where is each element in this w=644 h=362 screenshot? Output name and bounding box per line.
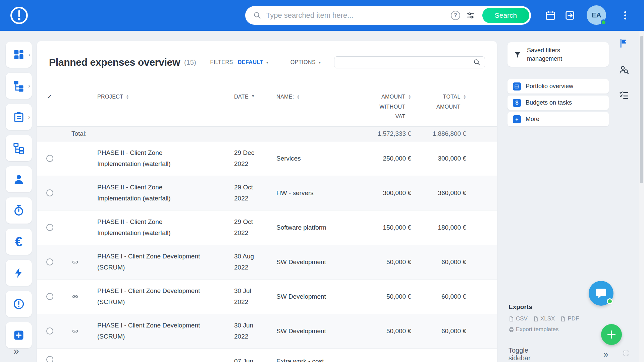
column-header-date[interactable]: DATE ▼ [234,92,262,102]
scrollbar-track[interactable] [639,31,644,362]
portfolio-icon [513,82,521,90]
main-content-card: Planned expenses overview (15) FILTERS D… [37,41,497,362]
export-templates-link[interactable]: Export templates [508,326,559,333]
table-body: PHASE II - Client Zone Implementation (w… [37,141,497,362]
funnel-icon [514,51,522,59]
printer-icon [508,327,514,333]
sidebar-item-tasks[interactable]: › [6,104,32,130]
export-csv[interactable]: CSV [508,315,528,322]
chat-widget-button[interactable] [589,281,613,306]
table-row[interactable]: PHASE II - Client Zone Implementation (w… [37,210,497,245]
sidebar-item-users[interactable] [6,166,32,192]
checklist-icon[interactable] [619,90,630,101]
cell-project[interactable]: PHASE II - Client Zone Implementation (w… [94,147,231,169]
export-pdf[interactable]: PDF [560,315,579,322]
sidebar-item-org-chart[interactable] [6,135,32,161]
flag-icon[interactable] [619,38,630,50]
cell-project[interactable]: PHASE II - Client Zone Implementation (w… [94,182,231,204]
cell-project[interactable]: PHASE II - Client Zone Implementation (w… [94,217,231,238]
tree-icon [13,80,25,92]
sidebar-item-alerts[interactable] [6,291,32,317]
user-search-icon[interactable] [619,65,630,76]
search-icon[interactable] [473,59,481,66]
cell-date: 30 Jun 2022 [231,320,275,342]
table-search-input[interactable] [338,59,473,66]
table-row[interactable]: PHASE I - Client Zone Development (SCRUM… [37,314,497,349]
row-checkbox[interactable] [46,356,53,362]
table-row[interactable]: 07 Jun Extra work - cost [37,349,497,362]
chat-icon [595,287,607,300]
column-header-name[interactable]: NAME: ▲▼ [276,92,337,102]
double-chevron-icon[interactable]: » [603,351,608,358]
toggle-sidebar-button[interactable]: Toggle sidebar [508,347,540,362]
stopwatch-icon [13,204,25,217]
select-all-checkmark[interactable]: ✓ [47,92,52,102]
sidebar-item-dashboard[interactable]: › [6,42,32,68]
table-row[interactable]: PHASE II - Client Zone Implementation (w… [37,141,497,176]
export-xlsx[interactable]: XLSX [533,315,555,322]
column-header-amount-without-vat[interactable]: AMOUNT WITHOUT VAT ▲▼ [337,92,411,122]
portfolio-overview-button[interactable]: Portfolio overview [507,79,609,94]
chevron-down-icon: ▼ [266,61,269,64]
filters-value-dropdown[interactable]: DEFAULT [238,59,263,65]
app-logo-icon [9,6,29,25]
total-amount: 1,886,800 € [411,130,466,137]
cell-date: 29 Oct 2022 [231,182,275,204]
cell-project[interactable]: PHASE I - Client Zone Development (SCRUM… [94,320,231,342]
cell-project[interactable]: PHASE I - Client Zone Development (SCRUM… [94,251,231,273]
table-row[interactable]: PHASE II - Client Zone Implementation (w… [37,176,497,210]
link-icon [71,293,79,300]
cell-project[interactable]: PHASE I - Client Zone Development (SCRUM… [94,286,231,307]
column-header-total-amount[interactable]: TOTAL AMOUNT ▲▼ [411,92,466,112]
export-arrow-icon[interactable] [565,10,575,21]
help-icon[interactable]: ? [451,11,460,20]
calendar-icon[interactable] [545,10,556,21]
online-status-dot [601,19,606,25]
row-checkbox[interactable] [46,224,53,231]
chevron-right-icon: › [28,51,30,58]
sidebar-item-finance[interactable]: € [6,229,32,255]
chevron-right-icon: › [28,82,30,89]
cell-amount [337,349,411,356]
sort-arrows-icon: ▲▼ [297,94,300,100]
budgets-on-tasks-button[interactable]: $ Budgets on tasks [507,96,609,110]
sidebar-item-project-tree[interactable]: › [6,73,32,99]
cell-date: 07 Jun [231,349,275,362]
lightning-icon [13,267,25,279]
sidebar-expand-chevrons[interactable]: » [13,345,19,357]
avatar-initials: EA [591,11,601,19]
saved-filters-button[interactable]: Saved filters management [507,42,609,67]
sidebar-item-quick-actions[interactable] [6,260,32,286]
table-row[interactable]: PHASE I - Client Zone Development (SCRUM… [37,280,497,314]
row-checkbox[interactable] [46,327,53,335]
row-checkbox[interactable] [46,189,53,196]
sidebar-item-time-tracking[interactable] [6,197,32,224]
chevron-right-icon: › [28,114,30,121]
column-header-project[interactable]: PROJECT ▲▼ [97,92,201,102]
page-title: Planned expenses overview [49,57,180,68]
row-checkbox[interactable] [46,258,53,265]
filter-sliders-icon[interactable] [466,11,475,20]
table-total-row: Total: 1,572,333 € 1,886,800 € [37,126,497,141]
kebab-menu-icon[interactable] [620,10,631,21]
app-logo[interactable] [9,6,29,25]
dashboard-grid-icon [13,49,25,61]
row-checkbox[interactable] [46,293,53,300]
scrollbar-thumb[interactable] [640,36,643,183]
more-button[interactable]: + More [507,112,609,126]
alert-icon [13,298,25,310]
fullscreen-icon[interactable] [623,350,629,359]
global-search-input[interactable] [261,11,451,20]
options-dropdown[interactable]: OPTIONS [290,59,316,65]
sidebar-item-add[interactable] [6,322,32,348]
search-button[interactable]: Search [482,8,529,23]
user-avatar[interactable]: EA [587,5,606,25]
cell-total: 60,000 € [411,326,466,337]
cell-total: 60,000 € [411,291,466,302]
fab-add-button[interactable] [601,324,622,345]
cell-project[interactable] [94,349,231,356]
row-checkbox[interactable] [46,155,53,162]
cell-name: Services [275,153,337,164]
cell-date: 29 Dec 2022 [231,147,275,169]
table-row[interactable]: PHASE I - Client Zone Development (SCRUM… [37,245,497,280]
